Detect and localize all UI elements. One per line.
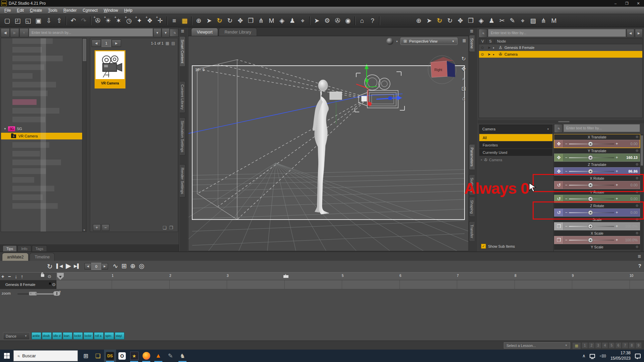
- undo-icon[interactable]: ↶: [68, 15, 78, 26]
- slider-track[interactable]: [569, 240, 614, 241]
- eye-icon[interactable]: ⊙: [480, 46, 485, 50]
- menu-render[interactable]: Render: [60, 8, 79, 13]
- tab-animate2[interactable]: aniMate2: [2, 253, 29, 261]
- motion-icon[interactable]: ∿: [113, 262, 118, 270]
- search-icon[interactable]: ⌕: [479, 29, 487, 38]
- gimp-icon[interactable]: ♞: [176, 350, 189, 362]
- frame-counter[interactable]: 0: [91, 263, 101, 270]
- aniblock-clip[interactable]: spin-: [104, 332, 114, 340]
- camera-cursor-icon[interactable]: ⌖: [518, 15, 528, 26]
- lesson-number[interactable]: 9: [635, 342, 642, 349]
- figure-tool-icon[interactable]: ♟: [287, 15, 298, 26]
- decrement-button[interactable]: −: [564, 224, 569, 229]
- skip-start-button[interactable]: ▌◀: [56, 263, 63, 268]
- checkbox-checked-icon[interactable]: ✓: [481, 244, 486, 249]
- export-icon[interactable]: ⇧: [54, 15, 64, 26]
- menu-file[interactable]: File: [1, 8, 14, 13]
- param-value[interactable]: 86.86: [620, 169, 640, 173]
- side-tab-render-settings[interactable]: Render Settings: [180, 164, 185, 197]
- render-settings-icon[interactable]: ✇: [332, 15, 343, 26]
- menu-tools[interactable]: Tools: [45, 8, 60, 13]
- minimize-button[interactable]: –: [610, 0, 621, 7]
- redo-icon[interactable]: ↷: [78, 15, 89, 26]
- new-spotlight-icon[interactable]: ✦+: [134, 15, 145, 26]
- eye-icon[interactable]: ⊙: [52, 282, 56, 287]
- scene-filter-input[interactable]: Enter text to filter by...: [488, 29, 626, 37]
- scroll-down-icon[interactable]: ▼: [83, 229, 86, 231]
- side-tab-transfer[interactable]: Transfer: [469, 221, 475, 242]
- hub-icon[interactable]: ⊕: [414, 15, 424, 26]
- file-explorer-icon[interactable]: ❏: [92, 350, 104, 362]
- frame-next-button[interactable]: ▶: [101, 263, 108, 269]
- new-distant-light-icon[interactable]: ☀+: [103, 15, 113, 26]
- timeline-ruler[interactable]: + − ↓ ↑ ⊙ 12345678910: [0, 272, 644, 280]
- show-sub-items[interactable]: ✓ Show Sub Items: [481, 244, 515, 249]
- new-point-light-icon[interactable]: ✶+: [113, 15, 124, 26]
- scroll-thumb[interactable]: [83, 39, 86, 61]
- close-button[interactable]: ✕: [633, 0, 644, 7]
- rotate-tool-icon[interactable]: ↻: [214, 15, 225, 26]
- zoom-handle-right[interactable]: [53, 291, 60, 296]
- lock-icon[interactable]: [41, 274, 44, 277]
- tray-chevron-icon[interactable]: ∧: [582, 353, 586, 358]
- panel-menu-icon[interactable]: ≣: [638, 254, 641, 259]
- obsidian-icon[interactable]: O: [116, 350, 128, 362]
- new-null-icon[interactable]: ✛+: [155, 15, 165, 26]
- panel-menu-icon[interactable]: ≣: [470, 28, 474, 34]
- view-selector-dropdown[interactable]: ⊞ Perspective View ▼: [400, 38, 458, 45]
- slider-track[interactable]: [569, 157, 614, 158]
- help-icon[interactable]: ?: [638, 263, 641, 268]
- menu-window[interactable]: Window: [101, 8, 121, 13]
- scene-prev-button[interactable]: ◀: [627, 29, 634, 38]
- surface2-icon[interactable]: M: [549, 15, 559, 26]
- slider-track[interactable]: [569, 171, 614, 172]
- param-value[interactable]: 0.00: [620, 142, 640, 146]
- viewport-canvas[interactable]: 16 : 9 Right ▼ ⊞ Perspective View ▼: [189, 36, 468, 251]
- slider-knob[interactable]: [588, 238, 593, 243]
- grid-view-icon[interactable]: ▦: [165, 41, 169, 46]
- tool-settings-icon[interactable]: ⚙: [322, 15, 332, 26]
- pan-icon[interactable]: ✥: [462, 66, 466, 72]
- slider-knob[interactable]: [588, 155, 593, 160]
- search-dropdown-button[interactable]: ▼: [153, 28, 161, 37]
- scene-node-genesis-8-female[interactable]: ⊙➤▸♙Genesis 8 Female: [479, 44, 642, 51]
- aniblock-clip[interactable]: roll a: [94, 332, 104, 340]
- rotate-icon[interactable]: ↻: [225, 15, 235, 26]
- increment-button[interactable]: +: [614, 196, 620, 201]
- start-button[interactable]: [0, 350, 13, 362]
- new-linear-light-icon[interactable]: ◷+: [124, 15, 134, 26]
- slider-knob[interactable]: [588, 141, 593, 146]
- tab-info[interactable]: Info: [17, 245, 31, 252]
- content-search-input[interactable]: Enter text to search by...: [29, 28, 153, 37]
- add-block-icon[interactable]: ⊞: [121, 262, 127, 270]
- orbit-tool-icon[interactable]: ⊕: [194, 15, 204, 26]
- content-folder-tree[interactable]: ▼SGSGSVR Camera▼: [1, 38, 87, 232]
- decrement-button[interactable]: −: [564, 169, 569, 174]
- tab-tags[interactable]: Tags: [32, 245, 47, 252]
- record-icon[interactable]: ◎: [139, 262, 145, 270]
- gear-icon[interactable]: ⚙: [636, 231, 639, 235]
- param-group-favorites[interactable]: Favorites: [479, 141, 552, 148]
- nav-back-button[interactable]: ◀: [1, 28, 10, 37]
- scene-list-icon[interactable]: ≡: [169, 15, 179, 26]
- lesson-number[interactable]: 5: [608, 342, 615, 349]
- decrement-button[interactable]: −: [564, 238, 569, 242]
- param-value[interactable]: 160.13: [620, 156, 640, 160]
- tab-viewport[interactable]: Viewport: [191, 28, 218, 36]
- menu-help[interactable]: Help: [121, 8, 136, 13]
- rotate2-icon[interactable]: ↻: [445, 15, 455, 26]
- clip-group-dropdown[interactable]: Dance ▼: [3, 332, 30, 340]
- remove-content-button[interactable]: −: [102, 224, 109, 231]
- lesson-number[interactable]: 8: [629, 342, 635, 349]
- surface-tool-icon[interactable]: M: [266, 15, 277, 26]
- frame-icon[interactable]: ⊡: [462, 85, 466, 92]
- side-tab-simulation-settings[interactable]: Simulation Settings: [180, 117, 185, 156]
- lesson-dropdown[interactable]: Select a Lesson... ▼: [504, 342, 570, 349]
- aniblock-clip[interactable]: doub: [42, 332, 52, 340]
- add-content-button[interactable]: +: [93, 224, 101, 231]
- draw-style-icon[interactable]: [386, 38, 393, 45]
- bone-tool-icon[interactable]: ⋔: [256, 15, 266, 26]
- pointer-settings-icon[interactable]: ➤: [312, 15, 322, 26]
- notification-icon[interactable]: [635, 354, 641, 358]
- lesson-number[interactable]: 1: [582, 342, 588, 349]
